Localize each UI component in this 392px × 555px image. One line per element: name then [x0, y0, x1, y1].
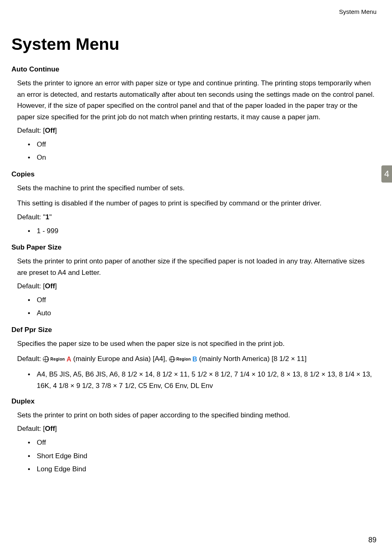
default-duplex: Default: [Off] — [17, 425, 376, 433]
running-head: System Menu — [0, 0, 392, 15]
content: Auto Continue Sets the printer to ignore… — [0, 65, 392, 476]
list-item: A4, B5 JIS, A5, B6 JIS, A6, 8 1/2 × 14, … — [28, 369, 376, 392]
default-prefix: Default: [ — [17, 127, 45, 134]
heading-def-ppr: Def Ppr Size — [11, 326, 376, 334]
default-suffix: ] — [55, 282, 57, 290]
globe-icon — [43, 356, 49, 362]
list-item: Off — [28, 436, 376, 449]
page-number: 89 — [368, 536, 376, 544]
region-b-icon: Region B — [169, 356, 197, 363]
default-prefix: Default: " — [17, 213, 45, 221]
para-def-ppr: Specifies the paper size to be used when… — [17, 338, 376, 350]
para-duplex: Sets the printer to print on both sides … — [17, 410, 376, 421]
options-auto-continue: Off On — [28, 138, 376, 165]
options-sub-paper: Off Auto — [28, 294, 376, 320]
default-prefix: Default: [ — [17, 282, 45, 290]
list-item: Long Edge Bind — [28, 463, 376, 476]
region-label: Region — [176, 356, 191, 363]
region-label: Region — [50, 356, 65, 363]
default-def-ppr: Default: Region A (mainly Europe and Asi… — [17, 353, 376, 365]
heading-auto-continue: Auto Continue — [11, 65, 376, 74]
globe-icon — [169, 356, 175, 362]
options-duplex: Off Short Edge Bind Long Edge Bind — [28, 436, 376, 476]
region-b-text: (mainly North America) [8 1/2 × 11] — [197, 355, 307, 363]
para-copies-1: Sets the machine to print the specified … — [17, 183, 376, 194]
default-copies: Default: "1" — [17, 213, 376, 221]
para-sub-paper: Sets the printer to print onto paper of … — [17, 256, 376, 278]
default-value: Off — [45, 282, 55, 290]
default-prefix: Default: [ — [17, 425, 45, 432]
default-suffix: " — [49, 213, 52, 221]
heading-sub-paper: Sub Paper Size — [11, 243, 376, 252]
list-item: Off — [28, 294, 376, 307]
default-value: 1 — [45, 213, 49, 221]
para-auto-continue: Sets the printer to ignore an error with… — [17, 78, 376, 123]
list-item: Short Edge Bind — [28, 450, 376, 463]
default-value: Off — [45, 425, 55, 432]
para-copies-2: This setting is disabled if the number o… — [17, 198, 376, 209]
default-suffix: ] — [55, 127, 57, 134]
region-letter-a: A — [67, 354, 71, 365]
region-letter-b: B — [192, 354, 197, 365]
list-item: 1 - 999 — [28, 225, 376, 238]
chapter-tab: 4 — [381, 165, 392, 183]
region-a-text: (mainly Europe and Asia) [A4], — [71, 355, 169, 363]
page-title: System Menu — [11, 35, 392, 54]
options-def-ppr: A4, B5 JIS, A5, B6 JIS, A6, 8 1/2 × 14, … — [28, 369, 376, 392]
default-value: Off — [45, 127, 55, 134]
region-a-icon: Region A — [43, 356, 71, 363]
list-item: Auto — [28, 307, 376, 320]
default-prefix: Default: — [17, 355, 43, 363]
heading-copies: Copies — [11, 170, 376, 178]
list-item: Off — [28, 138, 376, 151]
list-item: On — [28, 151, 376, 164]
default-auto-continue: Default: [Off] — [17, 127, 376, 135]
heading-duplex: Duplex — [11, 397, 376, 406]
options-copies: 1 - 999 — [28, 225, 376, 238]
default-sub-paper: Default: [Off] — [17, 282, 376, 290]
default-suffix: ] — [55, 425, 57, 432]
